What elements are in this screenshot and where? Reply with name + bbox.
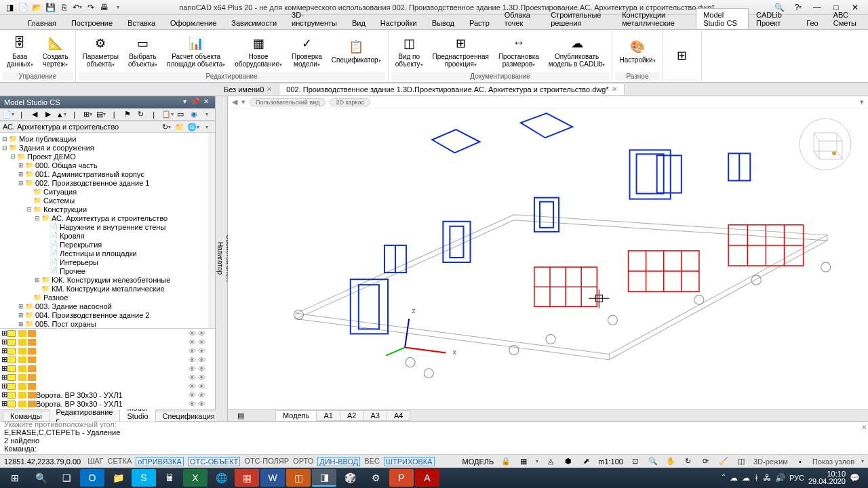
layout-tab[interactable]: А4 <box>387 410 410 421</box>
tree-node[interactable]: 📄Наружние и внутренние стены <box>0 222 215 231</box>
tb-flag-icon[interactable]: ⚑ <box>122 109 133 120</box>
mode-3d[interactable]: 3D-режим <box>753 458 788 466</box>
cube-icon[interactable]: ◫ <box>736 457 747 466</box>
ribbon-tab[interactable]: Главная <box>20 16 64 29</box>
panel-pin-icon[interactable]: 📌 <box>191 98 200 107</box>
redo-icon[interactable]: ↷ <box>85 2 96 13</box>
ribbon-button[interactable]: ⊞Преднастроеннаяпроекция▾ <box>429 34 493 70</box>
scale-display[interactable]: m1:100 <box>598 458 623 466</box>
tb-up-icon[interactable]: ▲▾ <box>56 109 67 120</box>
tree-node[interactable]: 📄Интерьеры <box>0 258 215 266</box>
status-toggle[interactable]: ОТС-ПОЛЯР <box>244 457 289 466</box>
vp-view-chip[interactable]: Пользовательский вид <box>250 98 326 106</box>
status-dd[interactable]: ▾ <box>536 458 538 464</box>
excel-icon[interactable]: X <box>183 469 208 487</box>
start-button[interactable]: ⊞ <box>3 469 27 487</box>
saveall-icon[interactable]: ⎘ <box>58 2 69 13</box>
ribbon-button[interactable]: 🗄Базаданных▾ <box>3 34 37 70</box>
search-button[interactable]: 🔍 <box>28 469 53 487</box>
ribbon-tab[interactable]: Вид <box>344 16 373 29</box>
app-red-icon[interactable]: ▦ <box>235 469 259 487</box>
project-tree[interactable]: ⊟📁Мои публикации⊟📁Здания и сооружения⊟📁П… <box>0 133 215 328</box>
tree-node[interactable]: 📁Ситуация <box>0 187 215 196</box>
tray-net-icon[interactable]: 🖧 <box>763 473 771 483</box>
ribbon-tab[interactable]: Гео <box>799 16 825 29</box>
layer-row[interactable]: ⊞👁👁 <box>0 382 215 390</box>
app-menu-icon[interactable]: ◨ <box>4 2 15 13</box>
word-icon[interactable]: W <box>260 469 285 487</box>
tb-copy-icon[interactable]: 📋▾ <box>162 109 173 120</box>
tb-prev-icon[interactable]: ◀ <box>30 109 41 120</box>
tree-node[interactable]: 📁Разное <box>0 293 215 302</box>
tb-check-icon[interactable]: ◉ <box>189 109 199 120</box>
calc-icon[interactable]: 🖩 <box>157 469 182 487</box>
ribbon-button[interactable]: 📊Расчет объектаплощади объекта▾ <box>163 34 229 70</box>
zoom-ext-icon[interactable]: ⊡ <box>630 457 641 466</box>
ribbon-tab[interactable]: Растр <box>462 16 497 29</box>
tree-node[interactable]: ⊞📁003. Здание насосной <box>0 302 215 310</box>
side-tab[interactable]: Навигатор <box>216 96 224 422</box>
tray-lang[interactable]: РУС <box>789 474 804 482</box>
tree-node[interactable]: ⊟📁Мои публикации <box>0 134 215 143</box>
ribbon-tab[interactable]: Облака точек <box>497 8 543 29</box>
layer-row[interactable]: ⊞👁👁 <box>0 338 215 346</box>
tray-vol-icon[interactable]: 🔊 <box>775 473 785 483</box>
tray-bt-icon[interactable]: ᚼ <box>754 473 759 483</box>
status-toggle[interactable]: ШТРИХОВКА <box>384 457 435 466</box>
explorer-icon[interactable]: 📁 <box>106 469 130 487</box>
app-orange-icon[interactable]: ◫ <box>286 469 311 487</box>
app-gear-icon[interactable]: ⚙ <box>363 469 388 487</box>
ribbon-button[interactable]: ✓Проверкамодели▾ <box>288 34 326 70</box>
tree-node[interactable]: ⊟📁Проект ДЕМО <box>0 152 215 161</box>
ribbon-tab[interactable]: Вставка <box>120 16 163 29</box>
tray-clock[interactable]: 10:10 29.04.2020 <box>808 470 846 485</box>
tb2-refresh-icon[interactable]: ↻▾ <box>161 121 172 132</box>
layout-tab[interactable]: А2 <box>340 410 363 421</box>
layer-row[interactable]: ⊞👁👁 <box>0 373 215 382</box>
tb-tree-icon[interactable]: ⊞▾ <box>83 109 94 120</box>
tray-notif-icon[interactable]: 💬 <box>850 473 860 483</box>
ribbon-tab[interactable]: Зависимости <box>224 16 284 29</box>
ppt-icon[interactable]: P <box>389 469 414 487</box>
status-toggle[interactable]: оПРИВЯЗКА <box>136 457 184 466</box>
ribbon-tab[interactable]: Настройки <box>373 16 425 29</box>
chrome-icon[interactable]: 🌐 <box>209 469 233 487</box>
ribbon-tab[interactable]: CADLib Проект <box>749 8 799 29</box>
ribbon-tab[interactable]: Оформление <box>163 16 224 29</box>
print-icon[interactable]: 🖶 <box>99 2 110 13</box>
layer-row[interactable]: ⊞👁👁 <box>0 329 215 338</box>
drawing-canvas[interactable]: x z <box>228 108 868 409</box>
tree-node[interactable]: 📁КМ. Конструкции металлические <box>0 284 215 293</box>
layer-list[interactable]: ⊞👁👁⊞👁👁⊞👁👁⊞👁👁⊞👁👁⊞👁👁⊞👁👁⊞Ворота. ВР 30х30 -… <box>0 328 215 409</box>
document-tab[interactable]: 002. Производственное здание 1.3D.Проект… <box>279 84 624 95</box>
tree-node[interactable]: 📄Прочее <box>0 266 215 275</box>
tb-filter-icon[interactable]: ▤▾ <box>96 109 106 120</box>
scrollbar[interactable] <box>208 133 215 328</box>
cmd-prompt[interactable]: Команда: <box>4 445 864 453</box>
pan-icon[interactable]: ✋ <box>665 457 676 466</box>
qat-more-icon[interactable]: ▾ <box>113 2 123 13</box>
vp-style-chip[interactable]: 2D каркас <box>330 98 370 106</box>
cmdline-close-icon[interactable]: ✕ <box>861 424 867 431</box>
tray-cloud-icon[interactable]: ☁ <box>730 473 738 483</box>
layer-row[interactable]: ⊞Ворота. ВР 30х30 - УХЛ1👁👁 <box>0 399 215 408</box>
iso-icon[interactable]: ⬢ <box>563 457 574 466</box>
vp-menu-icon[interactable]: ▾ <box>241 98 245 106</box>
status-toggle[interactable]: ВЕС <box>364 457 380 466</box>
layout-tab[interactable]: Модель <box>275 410 317 421</box>
tri-icon[interactable]: ◬ <box>545 457 556 466</box>
layout-menu-icon[interactable]: ▤ <box>233 411 248 420</box>
tray-onedrive-icon[interactable]: ☁ <box>742 473 750 483</box>
regen-icon[interactable]: ⟳ <box>701 457 711 466</box>
ribbon-button[interactable]: 📋Спецификатор▾ <box>328 37 385 66</box>
tab-close-icon[interactable]: ✕ <box>612 85 617 93</box>
tab-close-icon[interactable]: ✕ <box>267 85 272 93</box>
tb2-more-icon[interactable]: ▾ <box>201 121 212 132</box>
status-toggle[interactable]: ДИН-ВВОД <box>317 457 360 466</box>
undo-icon[interactable]: ↶▾ <box>72 2 83 13</box>
tree-node[interactable]: 📄Кровля <box>0 231 215 240</box>
orbit-icon[interactable]: ↻ <box>683 457 694 466</box>
node-icon[interactable]: • <box>795 457 806 466</box>
tb-refresh-icon[interactable]: ↻ <box>136 109 146 120</box>
ribbon-button[interactable]: ◫Вид пообъекту▾ <box>391 34 427 70</box>
